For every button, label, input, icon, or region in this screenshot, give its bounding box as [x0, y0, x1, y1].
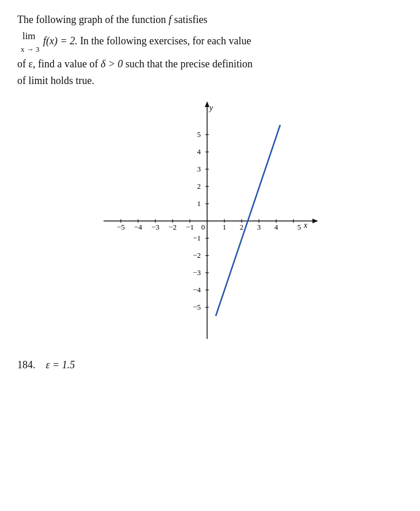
label-x-neg4: −4 [134, 223, 142, 231]
problem-text: The following graph of the function f sa… [17, 12, 403, 89]
label-x-5: 5 [297, 223, 301, 231]
label-x-neg3: −3 [151, 223, 159, 231]
label-x-neg2: −2 [169, 223, 177, 231]
label-y-neg5: −5 [193, 303, 201, 311]
label-x-3: 3 [257, 223, 261, 231]
limit-value: f(x) = 2. [43, 35, 78, 47]
label-y-neg4: −4 [193, 285, 201, 294]
graph-container: −5 −4 −3 −2 −1 0 1 2 3 4 5 x [17, 100, 403, 342]
label-y-5: 5 [197, 130, 201, 139]
label-y-neg2: −2 [193, 251, 201, 260]
text-the: The following graph of the function [17, 14, 166, 25]
function-line [216, 125, 280, 316]
label-y-neg3: −3 [193, 268, 201, 277]
label-x-zero: 0 [201, 223, 205, 231]
problem-184: 184. ε = 1.5 [17, 359, 403, 371]
text-satisfies: satisfies [174, 14, 207, 25]
label-x-1: 1 [223, 223, 227, 231]
label-x-2: 2 [240, 223, 244, 231]
x-axis-label: x [303, 221, 308, 230]
y-axis-arrow [205, 101, 209, 107]
delta-expr: δ > 0 [101, 58, 123, 70]
text-such-that: such that the precise definition [125, 58, 253, 70]
label-y-2: 2 [197, 182, 201, 190]
y-axis-label: y [208, 104, 213, 112]
label-y-4: 4 [197, 147, 201, 156]
epsilon-value: ε = 1.5 [46, 359, 75, 371]
label-x-neg5: −5 [117, 223, 125, 231]
text-of-epsilon: of ε, find a value of [17, 58, 98, 70]
x-axis-arrow [312, 219, 318, 223]
text-of-limit: of limit holds true. [17, 75, 94, 86]
limit-expression: lim x → 3 [18, 28, 40, 56]
lim-word: lim [18, 28, 40, 44]
coordinate-graph: −5 −4 −3 −2 −1 0 1 2 3 4 5 x [101, 100, 319, 342]
lim-subscript: x → 3 [21, 44, 40, 56]
problem-number: 184. [17, 359, 36, 371]
label-x-neg1: −1 [186, 223, 194, 231]
label-y-3: 3 [197, 165, 201, 173]
label-y-1: 1 [197, 199, 201, 208]
label-x-4: 4 [274, 223, 278, 231]
function-var: f [169, 14, 171, 25]
text-in-the-following: In the following exercises, for each val… [80, 35, 251, 47]
label-y-neg1: −1 [193, 234, 201, 242]
